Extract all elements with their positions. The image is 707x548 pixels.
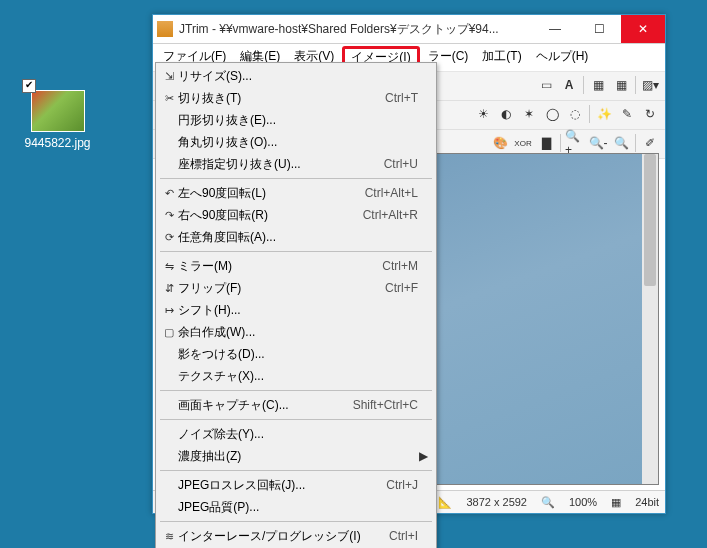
- zoomout-icon[interactable]: 🔍-: [587, 132, 609, 154]
- eyedropper-icon[interactable]: ✐: [639, 132, 661, 154]
- menu-item[interactable]: ↶左へ90度回転(L)Ctrl+Alt+L: [156, 182, 436, 204]
- menu-item-label: リサイズ(S)...: [178, 68, 408, 85]
- menu-separator: [160, 178, 432, 179]
- menu-item-shortcut: Shift+Ctrl+C: [343, 398, 418, 412]
- star-icon[interactable]: ✶: [518, 103, 540, 125]
- status-depth: 24bit: [635, 496, 659, 508]
- menu-item-icon: ↦: [160, 304, 178, 317]
- zoom-icon: 🔍: [541, 496, 555, 509]
- menu-item[interactable]: ⇋ミラー(M)Ctrl+M: [156, 255, 436, 277]
- menu-item-icon: ≋: [160, 530, 178, 543]
- titlebar[interactable]: JTrim - ¥¥vmware-host¥Shared Folders¥デスク…: [153, 15, 665, 44]
- menu-item-label: 左へ90度回転(L): [178, 185, 355, 202]
- pattern-icon[interactable]: ▨▾: [639, 74, 661, 96]
- dims-icon: 📐: [438, 496, 452, 509]
- menu-separator: [160, 390, 432, 391]
- palette-icon[interactable]: 🎨: [489, 132, 511, 154]
- zoomfit-icon[interactable]: 🔍: [610, 132, 632, 154]
- menu-item-label: 任意角度回転(A)...: [178, 229, 408, 246]
- window-title: JTrim - ¥¥vmware-host¥Shared Folders¥デスク…: [179, 21, 533, 38]
- menu-item[interactable]: ↦シフト(H)...: [156, 299, 436, 321]
- menu-item-shortcut: Ctrl+T: [375, 91, 418, 105]
- file-name: 9445822.jpg: [20, 136, 95, 150]
- loop-icon[interactable]: ↻: [639, 103, 661, 125]
- menu-item[interactable]: ✂切り抜き(T)Ctrl+T: [156, 87, 436, 109]
- menu-item-label: ノイズ除去(Y)...: [178, 426, 408, 443]
- menu-item[interactable]: JPEGロスレス回転(J)...Ctrl+J: [156, 474, 436, 496]
- menu-item-icon: ⇋: [160, 260, 178, 273]
- menu-item-icon: ⇲: [160, 70, 178, 83]
- menu-item-icon: ⇵: [160, 282, 178, 295]
- menu-item-label: 濃度抽出(Z): [178, 448, 408, 465]
- menu-item-shortcut: Ctrl+U: [374, 157, 418, 171]
- menu-item-label: ミラー(M): [178, 258, 372, 275]
- checkbox-icon[interactable]: ✔: [22, 79, 36, 93]
- pen-icon[interactable]: ✎: [616, 103, 638, 125]
- grid-icon[interactable]: ▦: [587, 74, 609, 96]
- menu-item[interactable]: 座標指定切り抜き(U)...Ctrl+U: [156, 153, 436, 175]
- menu-item-label: 画面キャプチャ(C)...: [178, 397, 343, 414]
- menu-item[interactable]: 画面キャプチャ(C)...Shift+Ctrl+C: [156, 394, 436, 416]
- vertical-scrollbar[interactable]: [642, 154, 658, 484]
- depth-icon: ▦: [611, 496, 621, 509]
- menu-item-label: テクスチャ(X)...: [178, 368, 408, 385]
- menu-item-label: 余白作成(W)...: [178, 324, 408, 341]
- circle-icon[interactable]: ◯: [541, 103, 563, 125]
- menu-help[interactable]: ヘルプ(H): [530, 46, 595, 69]
- close-button[interactable]: ✕: [621, 15, 665, 43]
- menu-item-shortcut: Ctrl+F: [375, 281, 418, 295]
- menu-item-label: JPEG品質(P)...: [178, 499, 408, 516]
- menu-item-shortcut: Ctrl+I: [379, 529, 418, 543]
- menu-item[interactable]: ⇲リサイズ(S)...: [156, 65, 436, 87]
- menu-item-shortcut: Ctrl+M: [372, 259, 418, 273]
- menu-separator: [160, 521, 432, 522]
- menu-item[interactable]: ⇵フリップ(F)Ctrl+F: [156, 277, 436, 299]
- halftone-icon[interactable]: ◌: [564, 103, 586, 125]
- menu-item[interactable]: ⟳任意角度回転(A)...: [156, 226, 436, 248]
- menu-item-label: シフト(H)...: [178, 302, 408, 319]
- file-thumbnail: ✔: [31, 90, 85, 132]
- menu-separator: [160, 251, 432, 252]
- text-icon[interactable]: A: [558, 74, 580, 96]
- menu-item-icon: ↶: [160, 187, 178, 200]
- zoomin-icon[interactable]: 🔍+: [564, 132, 586, 154]
- menu-item-icon: ▢: [160, 326, 178, 339]
- menu-item-label: 影をつける(D)...: [178, 346, 408, 363]
- menu-item-label: フリップ(F): [178, 280, 375, 297]
- menu-process[interactable]: 加工(T): [476, 46, 527, 69]
- menu-item-shortcut: Ctrl+J: [376, 478, 418, 492]
- xor-icon[interactable]: XOR: [512, 132, 534, 154]
- menu-item-label: 座標指定切り抜き(U)...: [178, 156, 374, 173]
- menu-item-label: 切り抜き(T): [178, 90, 375, 107]
- wand-icon[interactable]: ✨: [593, 103, 615, 125]
- menu-item-label: 右へ90度回転(R): [178, 207, 353, 224]
- desktop-file-icon[interactable]: ✔ 9445822.jpg: [20, 90, 95, 150]
- menu-item-label: JPEGロスレス回転(J)...: [178, 477, 376, 494]
- menu-item[interactable]: JPEG品質(P)...: [156, 496, 436, 518]
- menu-item[interactable]: テクスチャ(X)...: [156, 365, 436, 387]
- minimize-button[interactable]: —: [533, 15, 577, 43]
- rect-icon[interactable]: ▭: [535, 74, 557, 96]
- menu-item[interactable]: 濃度抽出(Z)▶: [156, 445, 436, 467]
- menu-item-label: 円形切り抜き(E)...: [178, 112, 408, 129]
- menu-item[interactable]: 影をつける(D)...: [156, 343, 436, 365]
- swatch-icon[interactable]: ▇: [535, 132, 557, 154]
- menu-item-shortcut: Ctrl+Alt+R: [353, 208, 418, 222]
- menu-item-icon: ⟳: [160, 231, 178, 244]
- maximize-button[interactable]: ☐: [577, 15, 621, 43]
- grid2-icon[interactable]: ▦: [610, 74, 632, 96]
- status-dims: 3872 x 2592: [466, 496, 527, 508]
- app-icon: [157, 21, 173, 37]
- menu-item[interactable]: 角丸切り抜き(O)...: [156, 131, 436, 153]
- menu-item[interactable]: ノイズ除去(Y)...: [156, 423, 436, 445]
- menu-item[interactable]: 円形切り抜き(E)...: [156, 109, 436, 131]
- menu-item[interactable]: ↷右へ90度回転(R)Ctrl+Alt+R: [156, 204, 436, 226]
- submenu-arrow-icon: ▶: [418, 449, 428, 463]
- menu-item[interactable]: ≋インターレース/プログレッシブ(I)Ctrl+I: [156, 525, 436, 547]
- image-menu-dropdown: ⇲リサイズ(S)...✂切り抜き(T)Ctrl+T円形切り抜き(E)...角丸切…: [155, 62, 437, 548]
- menu-item-label: インターレース/プログレッシブ(I): [178, 528, 379, 545]
- sun-icon[interactable]: ☀: [472, 103, 494, 125]
- menu-item[interactable]: ▢余白作成(W)...: [156, 321, 436, 343]
- contrast-icon[interactable]: ◐: [495, 103, 517, 125]
- menu-item-shortcut: Ctrl+Alt+L: [355, 186, 418, 200]
